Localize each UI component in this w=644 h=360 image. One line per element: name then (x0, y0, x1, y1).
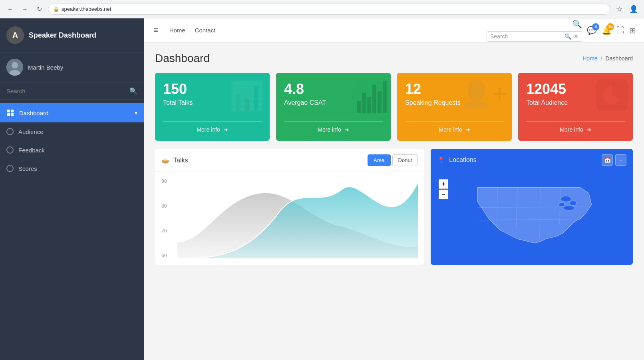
svg-point-14 (561, 196, 571, 202)
locations-panel: 📍 Locations 📅 − + − (431, 149, 633, 265)
talks-chart-icon: 🥧 (161, 156, 169, 164)
requests-bg-icon: 👤+ (460, 79, 507, 109)
sidebar-item-dashboard[interactable]: Dashboard ▾ (0, 103, 144, 122)
topbar-nav: Home Contact (169, 27, 216, 34)
fullscreen-button[interactable]: ⛶ (616, 26, 624, 35)
audience-radio (6, 128, 14, 135)
dashboard-arrow: ▾ (135, 110, 137, 116)
refresh-button[interactable]: ↻ (34, 4, 45, 15)
breadcrumb: Home / Dashboard (582, 55, 633, 62)
sidebar-search-container: 🔍 (0, 82, 144, 100)
sidebar: A Speaker Dashboard Martin Beeby 🔍 (0, 18, 144, 360)
donut-button[interactable]: Donut (392, 154, 418, 166)
svg-point-15 (570, 201, 576, 205)
topbar-search-input[interactable] (490, 33, 562, 40)
location-pin-icon: 📍 (437, 156, 445, 164)
y-label-70: 70 (161, 228, 167, 234)
us-map (435, 176, 628, 256)
stat-card-audience: 12045 Total Audience More info ➜ (518, 73, 633, 141)
svg-point-16 (559, 202, 564, 206)
map-minimize-button[interactable]: − (615, 154, 626, 166)
breadcrumb-home[interactable]: Home (582, 55, 597, 62)
breadcrumb-separator: / (601, 55, 602, 62)
csat-more-info[interactable]: More info ➜ (284, 121, 383, 133)
csat-chart-bg (357, 81, 387, 113)
area-button[interactable]: Area (368, 154, 390, 166)
lock-icon: 🔒 (53, 6, 59, 12)
sidebar-nav: Dashboard ▾ Audience Feedback Scores (0, 100, 144, 181)
sidebar-search-button[interactable]: 🔍 (129, 87, 137, 95)
sidebar-item-feedback[interactable]: Feedback (0, 141, 144, 159)
scores-radio (6, 165, 14, 172)
bottom-panels: 🥧 Talks Area Donut 90 80 (155, 149, 633, 265)
svg-rect-3 (7, 110, 10, 112)
search-clear-button[interactable]: ✕ (574, 33, 578, 40)
bell-button[interactable]: 🔔 15 (602, 26, 612, 35)
sidebar-item-audience[interactable]: Audience (0, 122, 144, 141)
talks-panel: 🥧 Talks Area Donut 90 80 (155, 149, 424, 265)
topbar-right: 🔍 🔍 ✕ 💬 8 🔔 15 ⛶ ⊞ (487, 19, 636, 42)
browser-chrome: ← → ↻ 🔒 speaker.thebeebs.net ☆ 👤 (0, 0, 644, 18)
chat-button[interactable]: 💬 8 (587, 26, 597, 35)
stat-cards: 150 Total Talks 📊 More info ➜ 4.8 Averga… (155, 73, 633, 141)
zoom-out-button[interactable]: − (439, 190, 448, 199)
us-outline (477, 188, 592, 243)
back-button[interactable]: ← (5, 4, 16, 15)
search-box: 🔍 ✕ (487, 31, 582, 42)
y-label-60: 60 (161, 253, 167, 258)
locations-label: Locations (449, 156, 477, 164)
main-content: ≡ Home Contact 🔍 🔍 ✕ 💬 8 (144, 18, 644, 360)
sidebar-user: Martin Beeby (0, 52, 144, 82)
map-panel-buttons: 📅 − (602, 154, 626, 166)
stat-card-requests: 12 Speaking Requests 👤+ More info ➜ (397, 73, 512, 141)
bell-badge: 15 (607, 23, 614, 30)
avatar (6, 59, 23, 76)
map-panel-header: 📍 Locations 📅 − (431, 149, 633, 171)
forward-button[interactable]: → (19, 4, 30, 15)
sidebar-search-input[interactable] (6, 88, 126, 94)
svg-rect-5 (7, 113, 10, 116)
y-label-80: 80 (161, 203, 167, 209)
topbar: ≡ Home Contact 🔍 🔍 ✕ 💬 8 (144, 18, 644, 42)
talks-panel-body: 90 80 70 60 (155, 172, 424, 265)
talks-panel-label: Talks (173, 157, 188, 164)
page-title: Dashboard (155, 52, 210, 65)
stat-card-talks: 150 Total Talks 📊 More info ➜ (155, 73, 270, 141)
star-button[interactable]: ☆ (614, 4, 625, 15)
sidebar-title: Speaker Dashboard (29, 31, 96, 40)
map-calendar-button[interactable]: 📅 (602, 154, 613, 166)
y-label-90: 90 (161, 178, 167, 184)
audience-more-info[interactable]: More info ➜ (526, 121, 625, 133)
audience-label: Audience (18, 128, 44, 135)
dashboard-label: Dashboard (19, 110, 48, 116)
sidebar-header: A Speaker Dashboard (0, 18, 144, 52)
page-content: Dashboard Home / Dashboard 150 Total Tal… (144, 42, 644, 360)
profile-button[interactable]: 👤 (628, 4, 639, 15)
talks-bg-icon: 📊 (229, 79, 265, 113)
talks-more-info[interactable]: More info ➜ (163, 121, 262, 133)
search-toggle-button[interactable]: 🔍 (572, 19, 582, 29)
breadcrumb-current: Dashboard (606, 55, 633, 62)
nav-home[interactable]: Home (169, 27, 185, 34)
dashboard-icon (6, 109, 14, 117)
svg-rect-4 (11, 110, 14, 112)
zoom-in-button[interactable]: + (439, 179, 448, 189)
talks-panel-header: 🥧 Talks Area Donut (155, 149, 424, 172)
app-container: A Speaker Dashboard Martin Beeby 🔍 (0, 18, 644, 360)
audience-bg-icon (596, 79, 628, 118)
sidebar-item-scores[interactable]: Scores (0, 159, 144, 178)
page-header: Dashboard Home / Dashboard (155, 52, 633, 65)
chart-area: 90 80 70 60 (161, 178, 418, 258)
grid-button[interactable]: ⊞ (629, 26, 636, 35)
requests-more-info[interactable]: More info ➜ (405, 121, 504, 133)
feedback-radio (6, 146, 14, 154)
menu-button[interactable]: ≡ (152, 24, 160, 36)
map-body: + − (431, 171, 633, 262)
nav-contact[interactable]: Contact (195, 27, 216, 34)
feedback-label: Feedback (18, 147, 45, 154)
svg-rect-6 (11, 113, 14, 116)
chat-badge: 8 (592, 23, 599, 30)
user-name: Martin Beeby (28, 64, 63, 71)
search-submit-button[interactable]: 🔍 (564, 33, 571, 40)
address-bar[interactable]: 🔒 speaker.thebeebs.net (48, 4, 610, 15)
